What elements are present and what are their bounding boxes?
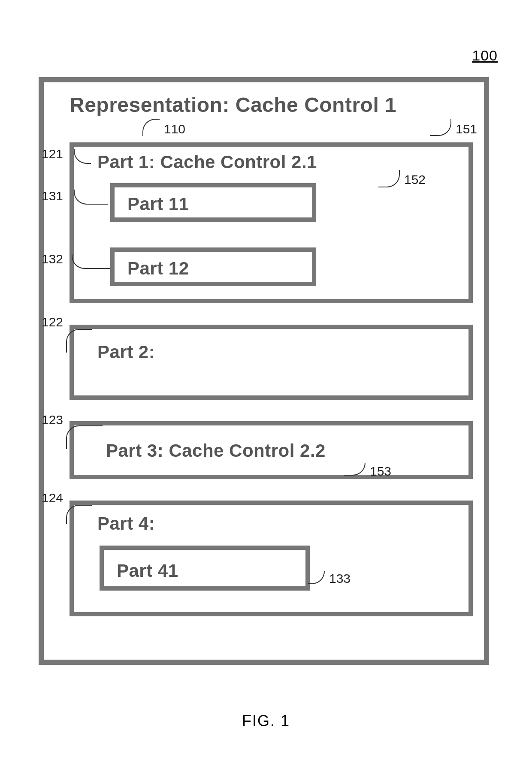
figure-caption: FIG. 1 bbox=[0, 712, 532, 730]
representation-box: Representation: Cache Control 1 110 151 … bbox=[39, 77, 489, 665]
ref-122: 122 bbox=[42, 315, 63, 329]
part1-title: Part 1: Cache Control 2.1 bbox=[97, 152, 317, 172]
part12-box: Part 12 bbox=[110, 247, 316, 286]
part4-title: Part 4: bbox=[97, 513, 155, 534]
part41-title: Part 41 bbox=[117, 561, 178, 581]
ref-151: 151 bbox=[456, 122, 477, 136]
ref-110: 110 bbox=[164, 122, 185, 136]
ref-131: 131 bbox=[42, 189, 63, 203]
ref-133: 133 bbox=[329, 571, 351, 586]
part41-box: Part 41 bbox=[100, 546, 310, 591]
part12-title: Part 12 bbox=[127, 258, 189, 279]
part4-box: Part 4: Part 41 bbox=[70, 501, 473, 616]
ref-123: 123 bbox=[42, 413, 63, 427]
part2-title: Part 2: bbox=[97, 342, 155, 362]
ref-124: 124 bbox=[42, 491, 63, 505]
representation-title: Representation: Cache Control 1 bbox=[70, 93, 396, 117]
ref-153: 153 bbox=[370, 464, 391, 479]
page-number: 100 bbox=[472, 47, 498, 64]
part3-box: Part 3: Cache Control 2.2 bbox=[70, 421, 473, 479]
ref-121: 121 bbox=[42, 147, 63, 161]
part1-box: Part 1: Cache Control 2.1 Part 11 Part 1… bbox=[70, 142, 473, 303]
part2-box: Part 2: bbox=[70, 325, 473, 400]
ref-132: 132 bbox=[42, 252, 63, 266]
part11-box: Part 11 bbox=[110, 183, 316, 222]
part11-title: Part 11 bbox=[127, 194, 189, 214]
ref-152: 152 bbox=[404, 172, 426, 187]
part3-title: Part 3: Cache Control 2.2 bbox=[106, 440, 326, 461]
